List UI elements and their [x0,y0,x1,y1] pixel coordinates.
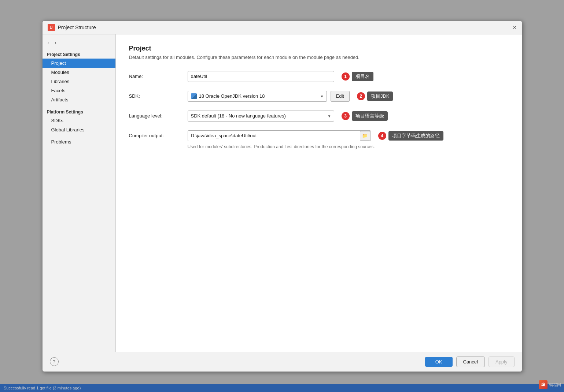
apply-button[interactable]: Apply [489,356,515,367]
sdk-row: SDK: 18 Oracle OpenJDK version 18 ▼ Edit… [129,91,509,102]
language-level-row: Language level: SDK default (18 - No new… [129,111,509,122]
sdk-badge-number: 2 [357,92,365,100]
dialog-body: ‹ › Project Settings Project Modules Lib… [43,34,522,352]
nav-controls: ‹ › [43,37,115,50]
language-level-tooltip: 项目语言等级 [352,111,388,121]
sidebar: ‹ › Project Settings Project Modules Lib… [43,34,116,352]
language-level-select[interactable]: SDK default (18 - No new language featur… [188,111,334,122]
name-badge-number: 1 [342,72,350,81]
sdk-select-wrapper[interactable]: 18 Oracle OpenJDK version 18 ▼ [188,91,327,102]
dialog-title: Project Structure [58,25,96,30]
title-bar-left: U Project Structure [48,24,96,31]
content-area: Project Default settings for all modules… [116,34,522,352]
sdk-tooltip: 项目JDK [367,92,393,101]
sidebar-item-libraries[interactable]: Libraries [43,77,115,86]
dialog-footer: ? OK Cancel Apply [43,352,522,372]
path-input-wrapper: 📁 [188,130,371,141]
sdk-edit-button[interactable]: Edit [331,91,350,102]
sidebar-item-sdks[interactable]: SDKs [43,116,115,125]
sidebar-item-project[interactable]: Project [43,59,115,68]
status-text: Successfully read 1 got file (3 minutes … [4,386,81,390]
project-structure-dialog: U Project Structure × ‹ › Project Settin… [42,20,522,372]
compiler-output-tooltip: 项目字节码生成的路径 [388,131,443,141]
name-input[interactable] [188,71,334,82]
logo-text: 编程网 [549,382,561,388]
project-settings-label: Project Settings [43,50,115,59]
page-subtitle: Default settings for all modules. Config… [129,55,509,60]
compiler-output-badge-number: 4 [378,132,386,140]
help-button[interactable]: ? [50,357,59,366]
title-bar: U Project Structure × [43,21,522,34]
status-bar: Successfully read 1 got file (3 minutes … [0,384,564,392]
platform-settings-label: Platform Settings [43,107,115,116]
forward-button[interactable]: › [53,39,58,47]
sidebar-item-global-libraries[interactable]: Global Libraries [43,125,115,134]
sidebar-item-problems[interactable]: Problems [43,137,115,146]
bottom-logo: 编 编程网 [539,380,561,389]
sdk-annotation: 2 项目JDK [357,92,393,101]
sdk-control-area: 18 Oracle OpenJDK version 18 ▼ Edit 2 项目… [188,91,509,102]
sidebar-item-modules[interactable]: Modules [43,68,115,77]
app-icon: U [48,24,55,31]
page-title: Project [129,45,509,52]
sdk-value: 18 Oracle OpenJDK version 18 [199,93,265,99]
back-button[interactable]: ‹ [46,39,51,47]
name-annotation: 1 项目名 [342,72,373,81]
compiler-output-row: Compiler output: 📁 4 项目字节码生成的路径 [129,130,509,141]
close-button[interactable]: × [513,24,517,31]
sidebar-item-artifacts[interactable]: Artifacts [43,95,115,104]
language-level-badge-number: 3 [342,112,350,120]
compiler-output-input[interactable] [188,130,371,141]
browse-folder-button[interactable]: 📁 [360,131,370,141]
compiler-output-label: Compiler output: [129,133,188,138]
sdk-select[interactable]: 18 Oracle OpenJDK version 18 [188,91,327,102]
footer-right: OK Cancel Apply [425,356,515,367]
name-control-area: 1 项目名 [188,71,509,82]
language-level-annotation: 3 项目语言等级 [342,111,388,121]
compiler-output-hint: Used for modules' subdirectories, Produc… [188,144,509,149]
sidebar-item-facets[interactable]: Facets [43,86,115,95]
sdk-label: SDK: [129,93,188,99]
name-label: Name: [129,74,188,79]
folder-icon: 📁 [362,133,368,138]
language-level-select-wrapper[interactable]: SDK default (18 - No new language featur… [188,111,334,122]
logo-icon: 编 [539,380,548,389]
ok-button[interactable]: OK [425,357,453,367]
language-level-control-area: SDK default (18 - No new language featur… [188,111,509,122]
name-tooltip: 项目名 [352,72,373,81]
cancel-button[interactable]: Cancel [456,356,485,367]
compiler-output-control-area: 📁 4 项目字节码生成的路径 [188,130,509,141]
language-level-label: Language level: [129,113,188,119]
name-row: Name: 1 项目名 [129,71,509,82]
compiler-output-annotation: 4 项目字节码生成的路径 [378,131,443,141]
sdk-icon [191,93,197,99]
footer-left: ? [50,357,59,366]
